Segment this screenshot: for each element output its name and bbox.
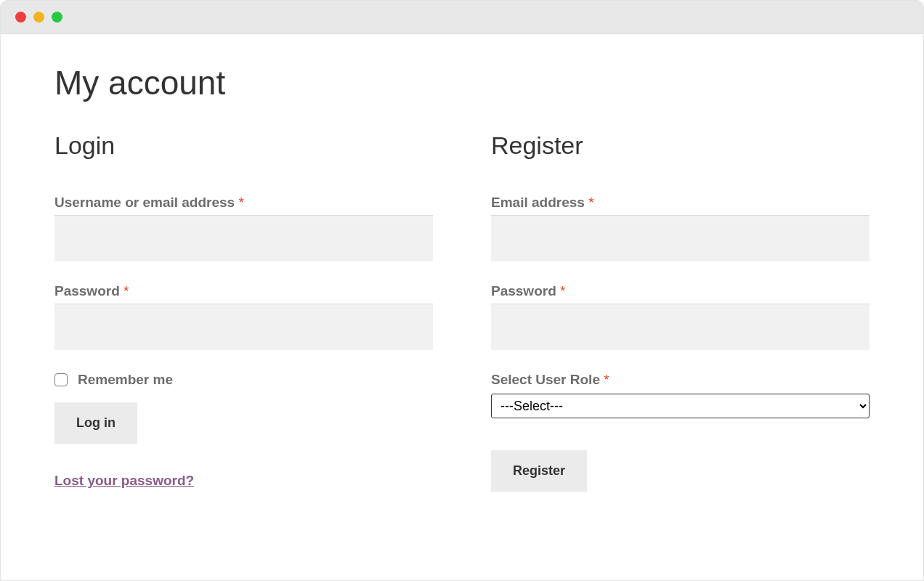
login-heading: Login	[54, 131, 433, 160]
register-password-label: Password *	[491, 283, 565, 298]
window-zoom-button[interactable]	[52, 12, 62, 23]
lost-password-link[interactable]: Lost your password?	[54, 473, 194, 489]
register-role-label: Select User Role *	[491, 372, 609, 387]
login-username-input[interactable]	[54, 215, 433, 261]
page-content: My account Login Username or email addre…	[1, 34, 923, 580]
register-email-label-text: Email address	[491, 195, 588, 210]
register-email-input[interactable]	[491, 215, 870, 261]
page-title: My account	[54, 63, 870, 102]
required-marker: *	[604, 372, 609, 387]
required-marker: *	[560, 283, 565, 298]
register-heading: Register	[491, 131, 870, 160]
register-password-label-text: Password	[491, 283, 560, 298]
login-section: Login Username or email address * Passwo…	[54, 131, 433, 492]
register-section: Register Email address * Password * Sel	[491, 131, 870, 492]
register-button-wrap: Register	[491, 450, 870, 492]
remember-me-label: Remember me	[78, 372, 173, 388]
register-email-row: Email address *	[491, 195, 870, 261]
login-username-label: Username or email address *	[54, 195, 244, 210]
browser-window: My account Login Username or email addre…	[0, 0, 924, 581]
user-role-select[interactable]: ---Select---	[491, 394, 870, 418]
remember-me-row: Remember me	[54, 372, 433, 388]
register-role-row: Select User Role * ---Select---	[491, 372, 870, 418]
window-minimize-button[interactable]	[33, 12, 44, 23]
required-marker: *	[238, 195, 243, 210]
register-password-row: Password *	[491, 283, 870, 350]
account-columns: Login Username or email address * Passwo…	[54, 131, 870, 492]
register-button[interactable]: Register	[491, 450, 587, 492]
remember-me-checkbox[interactable]	[54, 373, 68, 386]
register-role-label-text: Select User Role	[491, 372, 604, 387]
login-password-input[interactable]	[54, 304, 433, 350]
window-titlebar	[1, 1, 923, 34]
required-marker: *	[588, 195, 593, 210]
login-username-row: Username or email address *	[54, 195, 433, 261]
register-password-input[interactable]	[491, 304, 870, 350]
login-password-label-text: Password	[54, 283, 123, 298]
required-marker: *	[123, 283, 129, 298]
login-password-row: Password *	[54, 283, 433, 350]
window-close-button[interactable]	[15, 12, 26, 23]
login-username-label-text: Username or email address	[54, 195, 238, 210]
login-button[interactable]: Log in	[54, 402, 137, 444]
login-password-label: Password *	[54, 283, 129, 298]
register-email-label: Email address *	[491, 195, 594, 210]
